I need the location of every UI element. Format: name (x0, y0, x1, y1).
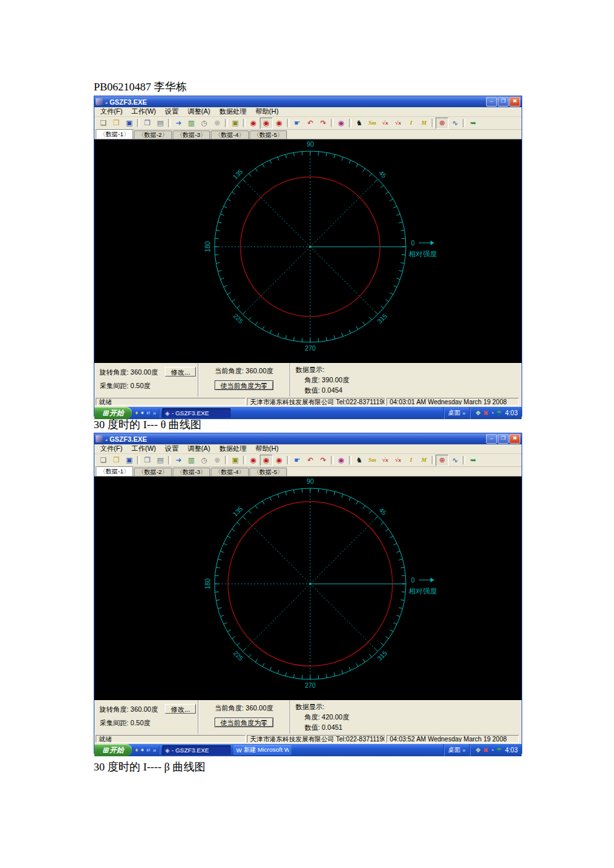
tab-data-4[interactable]: 〈数据-4〉 (211, 468, 248, 476)
tray-icon-3[interactable]: ◔ (491, 410, 494, 417)
tab-data-2[interactable]: 〈数据-2〉 (134, 468, 171, 476)
capture-icon[interactable]: ▣ (229, 455, 242, 466)
forward-arrow-icon[interactable]: ➜ (172, 455, 185, 466)
taskbar-clock[interactable]: 4:03 (505, 747, 518, 754)
intensity-icon[interactable]: I (405, 118, 418, 129)
menu-work[interactable]: 工作(W) (127, 444, 160, 453)
tab-data-3[interactable]: 〈数据-3〉 (173, 130, 210, 139)
hand-icon[interactable]: ☛ (291, 118, 304, 129)
menu-adjust[interactable]: 调整(A) (183, 107, 215, 116)
new-file-icon[interactable]: ❏ (97, 455, 110, 466)
modify-button[interactable]: 修改... (165, 367, 196, 377)
start-button[interactable]: ⊞开始 (94, 407, 132, 419)
tab-data-4[interactable]: 〈数据-4〉 (211, 130, 248, 139)
print-icon[interactable]: ▤ (154, 118, 167, 129)
menu-help[interactable]: 帮助(H) (251, 444, 283, 453)
undo-icon[interactable]: ↶ (304, 118, 317, 129)
stop-icon[interactable]: ⊗ (211, 455, 224, 466)
meter-icon-3[interactable]: ◉ (273, 455, 286, 466)
data-page-icon[interactable]: ▥ (185, 118, 198, 129)
exit-icon[interactable]: ➥ (467, 118, 480, 129)
capture-icon[interactable]: ▣ (229, 118, 242, 129)
meter-icon-2[interactable]: ◉ (260, 118, 273, 129)
tray-umbrella-icon[interactable]: ☂ (496, 747, 502, 754)
meter-icon-1[interactable]: ◉ (247, 455, 260, 466)
tray-umbrella-icon[interactable]: ☂ (496, 410, 502, 417)
tab-data-3[interactable]: 〈数据-3〉 (173, 468, 210, 476)
menu-data-processing[interactable]: 数据处理 (215, 444, 251, 453)
open-folder-icon[interactable]: ❒ (110, 455, 123, 466)
minimize-button[interactable]: – (486, 97, 497, 107)
tray-mute-icon[interactable]: ✖ (483, 410, 488, 417)
taskbar-task[interactable]: ◈- GSZF3.EXE (162, 408, 231, 418)
redo-icon[interactable]: ↷ (317, 455, 330, 466)
polar-plot-icon[interactable]: ⊕ (436, 118, 449, 129)
quicklaunch-icon-3[interactable]: ℮ (147, 410, 150, 416)
tab-data-1[interactable]: 〈数据-1〉 (96, 129, 133, 139)
m-icon[interactable]: M (418, 455, 430, 466)
eye-icon[interactable]: ◉ (335, 118, 348, 129)
menu-settings[interactable]: 设置 (160, 444, 183, 453)
eye-icon[interactable]: ◉ (335, 455, 348, 466)
desktop-toolbar[interactable]: 桌面 » (443, 407, 469, 419)
close-button[interactable]: ✖ (509, 434, 520, 444)
start-button[interactable]: ⊞开始 (94, 744, 132, 756)
quicklaunch-icon-3[interactable]: ℮ (147, 747, 150, 753)
exit-icon[interactable]: ➥ (467, 455, 480, 466)
set-zero-button[interactable]: 使当前角度为零 (215, 380, 274, 390)
tab-data-5[interactable]: 〈数据-5〉 (249, 130, 287, 139)
save-icon[interactable]: ▣ (123, 118, 136, 129)
app-icon[interactable] (96, 98, 103, 105)
menu-help[interactable]: 帮助(H) (251, 107, 283, 116)
menu-adjust[interactable]: 调整(A) (183, 444, 215, 453)
data-page-icon[interactable]: ▥ (185, 455, 198, 466)
sqrt-icon-1[interactable]: √x (379, 118, 392, 129)
sqrt-icon-2[interactable]: √x (392, 118, 405, 129)
undo-icon[interactable]: ↶ (304, 455, 317, 466)
quicklaunch-icon-2[interactable]: ● (141, 410, 144, 416)
print-preview-icon[interactable]: ❐ (141, 118, 154, 129)
tab-data-5[interactable]: 〈数据-5〉 (249, 468, 287, 476)
stop-icon[interactable]: ⊗ (211, 118, 224, 129)
meter-icon-2[interactable]: ◉ (260, 455, 273, 466)
polar-plot-icon[interactable]: ⊕ (436, 455, 449, 466)
minimize-button[interactable]: – (486, 434, 497, 444)
menu-data-processing[interactable]: 数据处理 (215, 107, 251, 116)
print-icon[interactable]: ▤ (154, 455, 167, 466)
maximize-button[interactable]: ❐ (498, 97, 509, 107)
tray-icon-1[interactable]: ❖ (475, 410, 481, 417)
desktop-overflow-chevron[interactable]: » (462, 747, 465, 754)
redo-icon[interactable]: ↷ (317, 118, 330, 129)
tray-icon-3[interactable]: ◔ (491, 747, 494, 754)
sm-icon[interactable]: Sm (366, 118, 379, 129)
bird-icon[interactable]: ♞ (353, 118, 366, 129)
hand-icon[interactable]: ☛ (291, 455, 304, 466)
quicklaunch-overflow-chevron[interactable]: » (153, 410, 156, 417)
bird-icon[interactable]: ♞ (353, 455, 366, 466)
xy-plot-icon[interactable]: ∿ (449, 118, 461, 129)
open-folder-icon[interactable]: ❒ (110, 118, 123, 129)
quicklaunch-icon-1[interactable]: ♦ (135, 410, 138, 416)
quicklaunch-overflow-chevron[interactable]: » (153, 747, 156, 754)
tray-icon-1[interactable]: ❖ (475, 747, 481, 754)
sqrt-icon-1[interactable]: √x (379, 455, 392, 466)
app-icon[interactable] (96, 435, 103, 442)
title-bar[interactable]: - GSZF3.EXE – ❐ ✖ (94, 433, 522, 444)
set-zero-button[interactable]: 使当前角度为零 (215, 718, 274, 727)
meter-icon-1[interactable]: ◉ (247, 118, 260, 129)
desktop-overflow-chevron[interactable]: » (462, 410, 465, 417)
new-file-icon[interactable]: ❏ (97, 118, 110, 129)
taskbar-task[interactable]: W新建 Microsoft Word ... (233, 745, 291, 755)
sqrt-icon-2[interactable]: √x (392, 455, 405, 466)
menu-settings[interactable]: 设置 (160, 107, 183, 116)
tray-mute-icon[interactable]: ✖ (483, 747, 488, 754)
save-icon[interactable]: ▣ (123, 455, 136, 466)
sm-icon[interactable]: Sm (366, 455, 379, 466)
taskbar-task[interactable]: ◈- GSZF3.EXE (162, 745, 231, 755)
forward-arrow-icon[interactable]: ➜ (172, 118, 185, 129)
quicklaunch-icon-2[interactable]: ● (141, 747, 144, 753)
title-bar[interactable]: - GSZF3.EXE – ❐ ✖ (94, 96, 522, 107)
m-icon[interactable]: M (418, 118, 430, 129)
quicklaunch-icon-1[interactable]: ♦ (135, 747, 138, 753)
maximize-button[interactable]: ❐ (498, 434, 509, 444)
